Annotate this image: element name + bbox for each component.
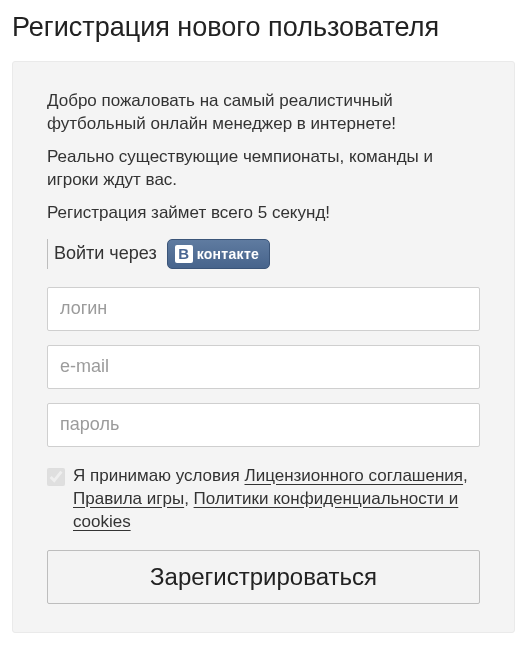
intro-text-3: Регистрация займет всего 5 секунд! (47, 202, 480, 225)
email-input[interactable] (47, 345, 480, 389)
vkontakte-login-button[interactable]: В контакте (167, 239, 271, 269)
register-button[interactable]: Зарегистрироваться (47, 550, 480, 604)
intro-text-1: Добро пожаловать на самый реалистичный ф… (47, 90, 480, 136)
license-agreement-link[interactable]: Лицензионного соглашения (245, 466, 464, 485)
intro-text-2: Реально существующие чемпионаты, команды… (47, 146, 480, 192)
password-input[interactable] (47, 403, 480, 447)
login-via-label: Войти через (54, 243, 157, 264)
terms-row: Я принимаю условия Лицензионного соглаше… (47, 465, 480, 534)
login-via-row: Войти через В контакте (47, 239, 480, 269)
game-rules-link[interactable]: Правила игры (73, 489, 184, 508)
vkontakte-icon: В (175, 245, 193, 263)
page-title: Регистрация нового пользователя (12, 12, 515, 43)
vkontakte-text: контакте (197, 246, 260, 262)
terms-text: Я принимаю условия Лицензионного соглаше… (73, 465, 480, 534)
login-input[interactable] (47, 287, 480, 331)
terms-prefix: Я принимаю условия (73, 466, 245, 485)
terms-sep2: , (184, 489, 193, 508)
terms-checkbox[interactable] (47, 468, 65, 486)
terms-sep1: , (463, 466, 468, 485)
registration-panel: Добро пожаловать на самый реалистичный ф… (12, 61, 515, 633)
